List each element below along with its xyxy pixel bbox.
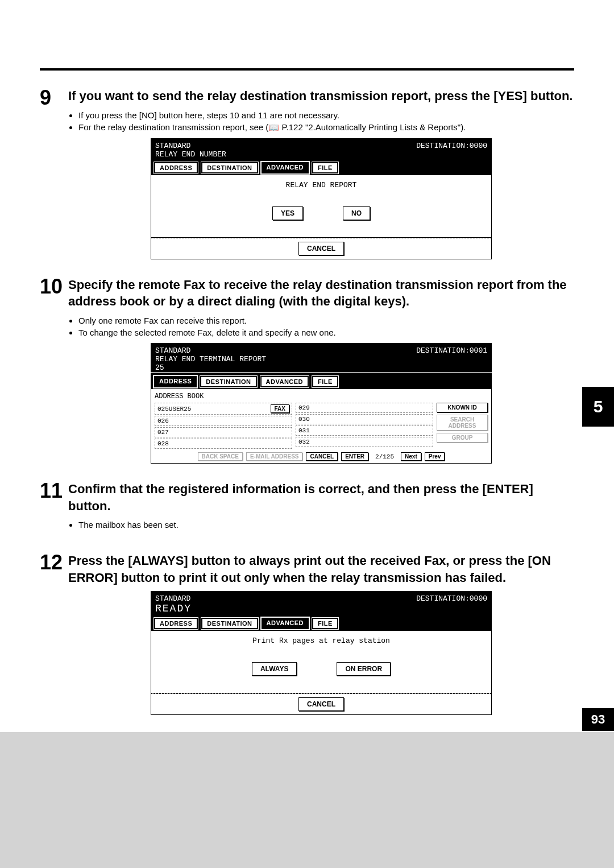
note: If you press the [NO] button here, steps… <box>78 110 574 120</box>
tab-file[interactable]: FILE <box>312 376 338 387</box>
step-number: 9 <box>40 88 68 108</box>
mode-label: STANDARD <box>155 346 416 355</box>
tab-destination[interactable]: DESTINATION <box>200 376 256 387</box>
tab-file[interactable]: FILE <box>312 162 338 173</box>
mode-label: STANDARD <box>155 142 416 150</box>
entry-label: 026 <box>157 418 169 424</box>
entry-label: 030 <box>298 416 310 423</box>
destination-counter: DESTINATION:0000 <box>416 142 487 150</box>
note: The mailbox has been set. <box>78 520 574 530</box>
step-title: Confirm that the registered information … <box>68 481 574 514</box>
address-entry[interactable]: 028 <box>155 439 292 449</box>
device-screen: STANDARD DESTINATION:0000 RELAY END NUMB… <box>151 138 492 259</box>
ready-label: READY <box>151 603 492 614</box>
cancel-button[interactable]: CANCEL <box>298 242 344 255</box>
step-11: 11 Confirm that the registered informati… <box>40 481 574 535</box>
always-button[interactable]: ALWAYS <box>252 662 297 676</box>
step-notes: Only one remote Fax can receive this rep… <box>68 316 574 337</box>
entry-label: 031 <box>298 427 310 434</box>
group-button[interactable]: GROUP <box>437 433 488 443</box>
address-entry[interactable]: 031 <box>296 425 433 436</box>
page-number: 93 <box>582 708 614 731</box>
tab-address[interactable]: ADDRESS <box>154 376 197 387</box>
tab-destination[interactable]: DESTINATION <box>201 618 258 629</box>
known-id-button[interactable]: KNOWN ID <box>437 403 488 412</box>
top-rule <box>40 68 574 71</box>
chapter-tab: 5 <box>582 387 614 427</box>
tab-address[interactable]: ADDRESS <box>154 618 198 629</box>
dial-input[interactable]: 25 <box>151 363 492 373</box>
pager: 2/125 <box>375 453 394 460</box>
address-entry[interactable]: 032 <box>296 437 433 447</box>
mode-label: STANDARD <box>155 594 416 603</box>
note: Only one remote Fax can receive this rep… <box>78 316 574 325</box>
no-button[interactable]: NO <box>343 206 370 220</box>
tab-advanced[interactable]: ADVANCED <box>262 162 309 173</box>
step-title: Specify the remote Fax to receive the re… <box>68 276 574 310</box>
entry-label: 025USER25 <box>157 406 191 412</box>
note: For the relay destination transmission r… <box>78 122 574 133</box>
on-error-button[interactable]: ON ERROR <box>337 662 391 676</box>
tab-address[interactable]: ADDRESS <box>154 162 198 173</box>
fax-tag[interactable]: FAX <box>271 404 289 413</box>
next-button[interactable]: Next <box>401 452 421 461</box>
screen-subtitle: RELAY END TERMINAL REPORT <box>151 355 492 363</box>
backspace-button[interactable]: BACK SPACE <box>198 452 243 461</box>
cancel-button[interactable]: CANCEL <box>306 452 338 461</box>
tab-file[interactable]: FILE <box>312 618 338 629</box>
entry-label: 028 <box>157 440 169 447</box>
enter-button[interactable]: ENTER <box>341 452 368 461</box>
address-entry[interactable]: 026 <box>155 416 292 426</box>
email-address-button[interactable]: E-MAIL ADDRESS <box>246 452 303 461</box>
address-entry[interactable]: 029 <box>296 403 433 413</box>
step-number: 12 <box>40 552 68 573</box>
yes-button[interactable]: YES <box>272 206 303 220</box>
cancel-button[interactable]: CANCEL <box>298 697 344 711</box>
step-9: 9 If you want to send the relay destinat… <box>40 88 574 259</box>
entry-label: 032 <box>298 439 310 445</box>
destination-counter: DESTINATION:0001 <box>416 346 487 355</box>
step-title: If you want to send the relay destinatio… <box>68 88 574 105</box>
address-entry[interactable]: 025USER25 FAX <box>155 403 292 415</box>
entry-label: 027 <box>157 429 169 436</box>
device-screen: STANDARD DESTINATION:0001 RELAY END TERM… <box>151 343 492 464</box>
prev-button[interactable]: Prev <box>425 452 445 461</box>
note: To change the selected remote Fax, delet… <box>78 328 574 337</box>
step-number: 11 <box>40 481 68 501</box>
destination-counter: DESTINATION:0000 <box>416 594 487 603</box>
screen-message: RELAY END REPORT <box>157 181 486 189</box>
screen-message: Print Rx pages at relay station <box>157 636 486 645</box>
device-screen: STANDARD DESTINATION:0000 READY ADDRESS … <box>151 591 492 715</box>
tab-advanced[interactable]: ADVANCED <box>262 618 309 629</box>
step-10: 10 Specify the remote Fax to receive the… <box>40 276 574 464</box>
step-title: Press the [ALWAYS] button to always prin… <box>68 552 574 586</box>
screen-subtitle: RELAY END NUMBER <box>151 150 492 159</box>
step-notes: If you press the [NO] button here, steps… <box>68 110 574 133</box>
address-book-title: ADDRESS BOOK <box>155 392 488 400</box>
tab-destination[interactable]: DESTINATION <box>201 162 258 173</box>
step-12: 12 Press the [ALWAYS] button to always p… <box>40 552 574 714</box>
entry-label: 029 <box>298 404 310 411</box>
address-entry[interactable]: 027 <box>155 427 292 437</box>
step-notes: The mailbox has been set. <box>68 520 574 530</box>
tab-advanced[interactable]: ADVANCED <box>260 376 309 387</box>
search-address-button[interactable]: SEARCH ADDRESS <box>437 415 488 431</box>
step-number: 10 <box>40 276 68 297</box>
address-entry[interactable]: 030 <box>296 414 433 424</box>
